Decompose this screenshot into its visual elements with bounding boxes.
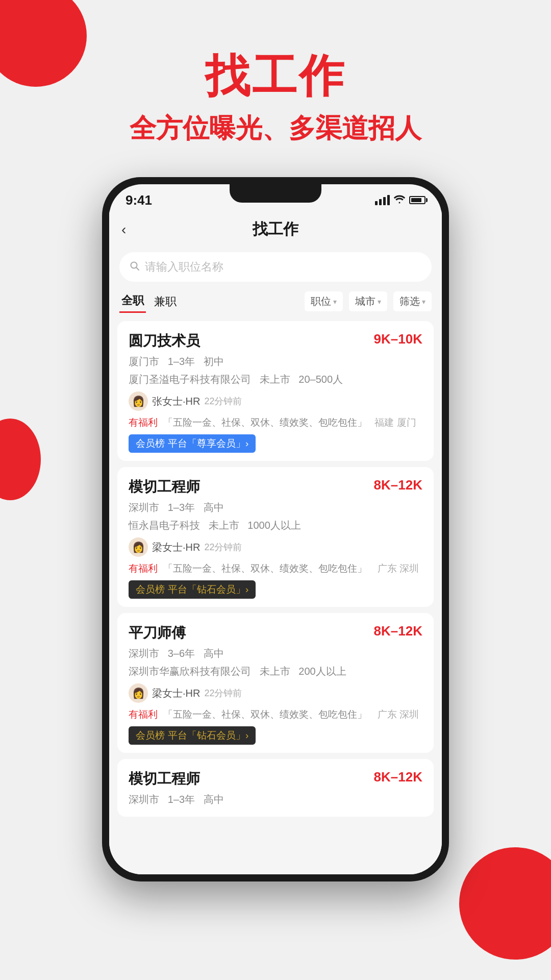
job-tags-3: 深圳市 3–6年 高中 [129, 647, 422, 660]
signal-icon [375, 195, 390, 205]
job-hr-row-2: 👩 梁女士·HR 22分钟前 [129, 537, 422, 557]
nav-title: 找工作 [253, 219, 298, 240]
filter-row: 全职 兼职 职位 ▾ 城市 ▾ 筛选 ▾ [109, 290, 442, 321]
job-card-4[interactable]: 模切工程师 8K–12K 深圳市 1–3年 高中 [117, 759, 434, 817]
job-salary-3: 8K–12K [374, 623, 422, 639]
member-badge-3: 会员榜 平台「钻石会员」› [129, 726, 256, 745]
phone-outer: 9:41 [102, 177, 449, 881]
job-tags-1: 厦门市 1–3年 初中 [129, 355, 422, 369]
hr-name-2: 梁女士·HR [152, 541, 200, 554]
app-screen: ‹ 找工作 请输入职位名称 全职 兼职 [109, 211, 442, 874]
search-bar[interactable]: 请输入职位名称 [119, 252, 432, 282]
back-button[interactable]: ‹ [121, 222, 126, 238]
job-hr-row-3: 👩 梁女士·HR 22分钟前 [129, 683, 422, 703]
member-badge-2: 会员榜 平台「钻石会员」› [129, 580, 256, 599]
job-title-2: 模切工程师 [129, 477, 200, 497]
search-placeholder: 请输入职位名称 [145, 259, 223, 275]
battery-icon [409, 196, 425, 204]
header-section: 找工作 全方位曝光、多渠道招人 [0, 0, 551, 146]
status-icons [375, 194, 425, 206]
filter-city[interactable]: 城市 ▾ [349, 291, 387, 311]
job-card-1[interactable]: 圆刀技术员 9K–10K 厦门市 1–3年 初中 厦门圣溢电子科技有限公司 未上… [117, 321, 434, 461]
phone-notch [230, 184, 321, 203]
wifi-icon [394, 194, 405, 206]
hr-avatar-1: 👩 [129, 391, 148, 411]
job-tags-4: 深圳市 1–3年 高中 [129, 793, 422, 806]
filter-screen[interactable]: 筛选 ▾ [393, 291, 432, 311]
status-time: 9:41 [126, 192, 152, 208]
job-title-3: 平刀师傅 [129, 623, 186, 643]
job-salary-1: 9K–10K [374, 331, 422, 347]
hr-time-3: 22分钟前 [204, 687, 242, 699]
hr-name-3: 梁女士·HR [152, 687, 200, 700]
top-nav: ‹ 找工作 [109, 211, 442, 248]
job-company-1: 厦门圣溢电子科技有限公司 未上市 20–500人 [129, 373, 422, 386]
search-icon [130, 261, 140, 274]
header-subtitle: 全方位曝光、多渠道招人 [0, 111, 551, 146]
member-badge-1: 会员榜 平台「尊享会员」› [129, 434, 256, 453]
hr-avatar-2: 👩 [129, 537, 148, 557]
header-title: 找工作 [0, 46, 551, 107]
job-company-2: 恒永昌电子科技 未上市 1000人以上 [129, 519, 422, 532]
job-benefits-3: 有福利 「五险一金、社保、双休、绩效奖、包吃包住」 广东 深圳 [129, 708, 422, 721]
job-hr-row-1: 👩 张女士·HR 22分钟前 [129, 391, 422, 411]
job-card-2[interactable]: 模切工程师 8K–12K 深圳市 1–3年 高中 恒永昌电子科技 未上市 100… [117, 467, 434, 607]
hr-avatar-3: 👩 [129, 683, 148, 703]
job-title-4: 模切工程师 [129, 769, 200, 789]
job-card-3[interactable]: 平刀师傅 8K–12K 深圳市 3–6年 高中 深圳市华赢欣科技有限公司 未上市… [117, 613, 434, 753]
svg-line-1 [136, 267, 139, 270]
filter-position[interactable]: 职位 ▾ [305, 291, 343, 311]
hr-name-1: 张女士·HR [152, 395, 200, 408]
tab-fulltime[interactable]: 全职 [119, 290, 146, 313]
job-benefits-1: 有福利 「五险一金、社保、双休、绩效奖、包吃包住」 福建 厦门 [129, 416, 422, 429]
hr-time-1: 22分钟前 [204, 395, 242, 407]
phone-mockup: 9:41 [0, 177, 551, 881]
hr-time-2: 22分钟前 [204, 541, 242, 553]
job-benefits-2: 有福利 「五险一金、社保、双休、绩效奖、包吃包住」 广东 深圳 [129, 562, 422, 575]
job-salary-4: 8K–12K [374, 769, 422, 785]
job-list: 圆刀技术员 9K–10K 厦门市 1–3年 初中 厦门圣溢电子科技有限公司 未上… [109, 321, 442, 817]
job-salary-2: 8K–12K [374, 477, 422, 493]
tab-parttime[interactable]: 兼职 [152, 291, 179, 312]
phone-inner: 9:41 [109, 184, 442, 874]
job-tags-2: 深圳市 1–3年 高中 [129, 501, 422, 514]
job-title-1: 圆刀技术员 [129, 331, 200, 351]
job-company-3: 深圳市华赢欣科技有限公司 未上市 200人以上 [129, 665, 422, 678]
